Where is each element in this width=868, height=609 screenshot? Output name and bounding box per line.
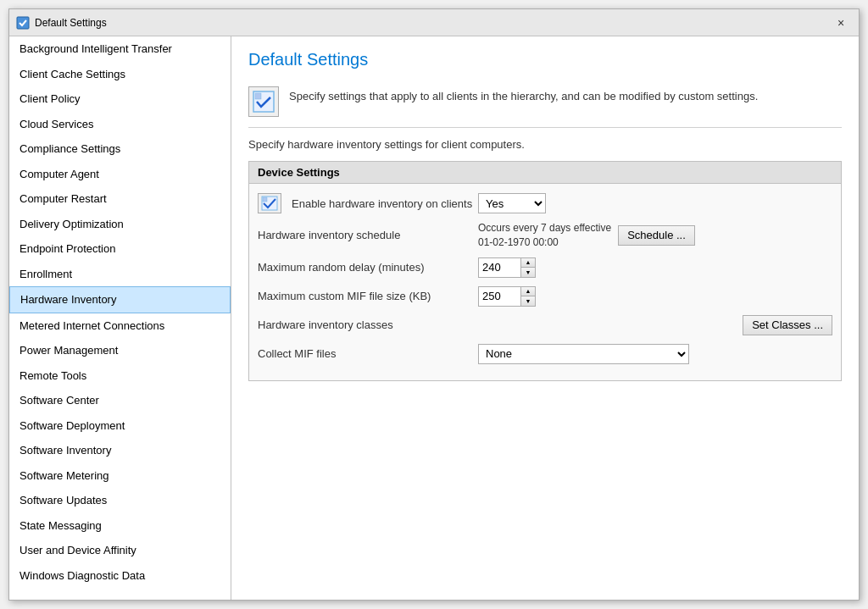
sidebar-item-cloud-services[interactable]: Cloud Services — [9, 112, 231, 137]
device-settings-header: Device Settings — [249, 162, 841, 184]
setting-row-maximum-random-delay: Maximum random delay (minutes)▲▼ — [258, 257, 832, 279]
sidebar-item-user-and-device-affinity[interactable]: User and Device Affinity — [9, 538, 231, 563]
svg-rect-2 — [255, 93, 261, 99]
set-classes-button[interactable]: Set Classes ... — [743, 315, 832, 335]
sidebar-item-software-center[interactable]: Software Center — [9, 388, 231, 413]
window-icon — [16, 16, 30, 30]
spinbox-input-maximum-random-delay[interactable] — [478, 257, 520, 278]
main-window: Default Settings × Background Intelligen… — [8, 8, 860, 601]
setting-row-hardware-inventory-schedule: Hardware inventory scheduleOccurs every … — [258, 221, 832, 250]
device-settings-body: Enable hardware inventory on clientsYesN… — [249, 184, 841, 380]
sidebar: Background Intelligent TransferClient Ca… — [9, 36, 231, 600]
sidebar-item-computer-restart[interactable]: Computer Restart — [9, 186, 231, 212]
info-icon — [248, 86, 279, 117]
sidebar-item-client-policy[interactable]: Client Policy — [9, 86, 231, 112]
setting-label-text-collect-mif-files: Collect MIF files — [258, 347, 336, 360]
sidebar-item-software-inventory[interactable]: Software Inventory — [9, 438, 231, 463]
sidebar-item-software-updates[interactable]: Software Updates — [9, 488, 231, 513]
section-description: Specify hardware inventory settings for … — [248, 138, 842, 151]
spinbox-maximum-random-delay: ▲▼ — [478, 257, 536, 278]
sidebar-item-remote-tools[interactable]: Remote Tools — [9, 363, 231, 389]
svg-rect-4 — [263, 197, 267, 202]
spinbox-up-maximum-random-delay[interactable]: ▲ — [521, 258, 535, 268]
sidebar-item-hardware-inventory[interactable]: Hardware Inventory — [9, 286, 231, 313]
setting-row-hardware-inventory-classes: Hardware inventory classesSet Classes ..… — [258, 314, 832, 336]
sidebar-item-delivery-optimization[interactable]: Delivery Optimization — [9, 212, 231, 237]
sidebar-item-computer-agent[interactable]: Computer Agent — [9, 162, 231, 187]
spinbox-up-maximum-custom-mif-size[interactable]: ▲ — [521, 287, 535, 296]
setting-label-text-hardware-inventory-schedule: Hardware inventory schedule — [258, 229, 400, 241]
setting-control-maximum-custom-mif-size: ▲▼ — [478, 286, 536, 307]
page-title: Default Settings — [248, 50, 842, 69]
sidebar-item-client-cache-settings[interactable]: Client Cache Settings — [9, 62, 231, 87]
spinbox-maximum-custom-mif-size: ▲▼ — [478, 286, 536, 307]
setting-row-maximum-custom-mif-size: Maximum custom MIF file size (KB)▲▼ — [258, 285, 832, 307]
sidebar-item-state-messaging[interactable]: State Messaging — [9, 513, 231, 539]
setting-label-text-enable-hardware-inventory: Enable hardware inventory on clients — [292, 197, 472, 210]
title-bar-text: Default Settings — [35, 17, 830, 29]
sidebar-item-compliance-settings[interactable]: Compliance Settings — [9, 136, 231, 162]
select-collect-mif[interactable]: NoneCollect IDMIF filesCollect NOIDMIF f… — [478, 344, 689, 364]
spinbox-down-maximum-custom-mif-size[interactable]: ▼ — [521, 296, 535, 306]
sidebar-item-software-metering[interactable]: Software Metering — [9, 463, 231, 489]
info-description: Specify settings that apply to all clien… — [289, 86, 758, 102]
sidebar-item-enrollment[interactable]: Enrollment — [9, 262, 231, 287]
setting-control-maximum-random-delay: ▲▼ — [478, 257, 536, 278]
setting-row-collect-mif-files: Collect MIF filesNoneCollect IDMIF files… — [258, 343, 832, 365]
sidebar-item-windows-diagnostic-data[interactable]: Windows Diagnostic Data — [9, 563, 231, 589]
content-area: Background Intelligent TransferClient Ca… — [9, 36, 859, 600]
info-box: Specify settings that apply to all clien… — [248, 80, 842, 128]
setting-control-hardware-inventory-schedule: Occurs every 7 days effective01-02-1970 … — [478, 221, 695, 250]
svg-rect-0 — [17, 17, 29, 29]
spinbox-down-maximum-random-delay[interactable]: ▼ — [521, 268, 535, 277]
sidebar-item-endpoint-protection[interactable]: Endpoint Protection — [9, 236, 231, 262]
sidebar-item-software-deployment[interactable]: Software Deployment — [9, 413, 231, 439]
setting-icon-enable-hardware-inventory — [258, 193, 281, 213]
select-enable-hardware-inventory[interactable]: YesNo — [478, 193, 546, 213]
spinbox-input-maximum-custom-mif-size[interactable] — [478, 286, 520, 307]
device-settings-box: Device Settings Enable hardware inventor… — [248, 161, 842, 381]
setting-row-enable-hardware-inventory: Enable hardware inventory on clientsYesN… — [258, 192, 832, 214]
sidebar-item-metered-internet-connections[interactable]: Metered Internet Connections — [9, 313, 231, 339]
sidebar-item-power-management[interactable]: Power Management — [9, 338, 231, 363]
setting-label-text-hardware-inventory-classes: Hardware inventory classes — [258, 318, 393, 331]
close-button[interactable]: × — [830, 14, 852, 31]
setting-control-hardware-inventory-classes: Set Classes ... — [743, 315, 832, 335]
title-bar: Default Settings × — [9, 9, 859, 36]
schedule-info-hardware-inventory-schedule: Occurs every 7 days effective01-02-1970 … — [478, 221, 611, 250]
main-panel: Default Settings Specify settings that a… — [231, 36, 859, 600]
setting-label-text-maximum-random-delay: Maximum random delay (minutes) — [258, 261, 425, 274]
setting-label-text-maximum-custom-mif-size: Maximum custom MIF file size (KB) — [258, 290, 431, 302]
sidebar-item-background-intelligent-transfer[interactable]: Background Intelligent Transfer — [9, 36, 231, 62]
setting-control-enable-hardware-inventory: YesNo — [478, 193, 546, 213]
setting-control-collect-mif-files: NoneCollect IDMIF filesCollect NOIDMIF f… — [478, 344, 689, 364]
schedule-button[interactable]: Schedule ... — [618, 225, 695, 246]
